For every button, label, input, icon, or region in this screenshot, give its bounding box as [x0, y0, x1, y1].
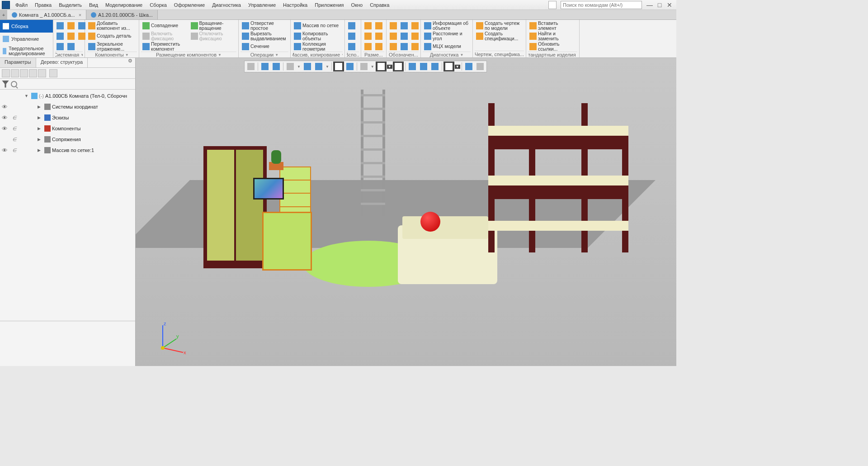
include-icon[interactable]: ∈ [10, 137, 19, 143]
coincide-button[interactable]: Совпадение [141, 21, 189, 31]
expand-icon[interactable]: ▶ [38, 137, 43, 142]
collapse-icon[interactable]: ▼ [24, 94, 30, 98]
new-tab-button[interactable]: + [0, 10, 7, 19]
panel-tab-params[interactable]: Параметры [0, 58, 36, 67]
tree-node-array[interactable]: 👁∈ ▶ Массив по сетке:1 [0, 145, 135, 156]
create-spec-button[interactable]: Создать спецификаци... [475, 31, 524, 41]
dim5[interactable] [374, 31, 384, 41]
n7[interactable] [410, 21, 420, 31]
n5[interactable] [399, 31, 409, 41]
include-icon[interactable]: ∈ [10, 147, 19, 153]
aux3[interactable] [347, 42, 357, 52]
menu-help[interactable]: Справка [366, 1, 393, 9]
menu-edit[interactable]: Правка [31, 1, 55, 9]
mode-solid[interactable]: Твердотельное моделирование [0, 45, 53, 57]
print-button[interactable] [55, 31, 65, 41]
3d-viewport[interactable]: ▼ ▼ ▼ ▼ ▼ [136, 58, 676, 366]
tree-tb4[interactable] [29, 69, 37, 77]
n6[interactable] [399, 42, 409, 52]
undo-button[interactable] [55, 42, 65, 52]
distance-button[interactable]: Расстояние и угол [423, 31, 471, 41]
gear-icon[interactable]: ⚙ [125, 58, 135, 67]
visibility-icon[interactable]: 👁 [0, 114, 9, 121]
expand-icon[interactable]: ▶ [38, 148, 43, 152]
n4[interactable] [399, 21, 409, 31]
menu-assembly[interactable]: Сборка [146, 1, 170, 9]
mcx-button[interactable]: МЦХ модели [423, 42, 471, 52]
panel-tab-tree[interactable]: Дерево: структура [36, 58, 88, 67]
obj-info-button[interactable]: Информация об объекте [423, 21, 471, 31]
close-icon[interactable]: × [79, 12, 81, 18]
aux2[interactable] [347, 31, 357, 41]
add-component-button[interactable]: Добавить компонент из... [87, 21, 137, 31]
command-search-input[interactable] [561, 1, 642, 9]
open-button[interactable] [66, 21, 76, 31]
rotation-button[interactable]: Вращение-вращение [189, 21, 237, 31]
tree-node-sketches[interactable]: 👁∈ ▶ Эскизы [0, 112, 135, 123]
grid-array-button[interactable]: Массив по сетке [292, 21, 343, 31]
filter-icon[interactable] [2, 81, 9, 88]
menu-manage[interactable]: Управление [245, 1, 279, 9]
menu-format[interactable]: Оформление [170, 1, 208, 9]
find-replace-button[interactable]: Найти и заменить [528, 31, 577, 41]
mirror-button[interactable]: Зеркальное отражение... [87, 42, 137, 52]
tree-tb3[interactable] [20, 69, 28, 77]
n9[interactable] [410, 42, 420, 52]
redo-button[interactable] [66, 42, 76, 52]
menu-modeling[interactable]: Моделирование [102, 1, 146, 9]
new-button[interactable] [55, 21, 65, 31]
visibility-icon[interactable]: 👁 [0, 104, 9, 110]
dim1[interactable] [363, 21, 373, 31]
extrude-cut-button[interactable]: Вырезать выдавливанием [241, 31, 288, 41]
window-minimize[interactable]: — [645, 1, 655, 9]
move-comp-button[interactable]: Переместить компонент [141, 42, 189, 52]
tree-tb6[interactable] [49, 69, 57, 77]
tree-node-components[interactable]: 👁∈ ▶ Компоненты [0, 123, 135, 134]
menu-apps[interactable]: Приложения [311, 1, 347, 9]
doc-tab-1[interactable]: Комната _ А1.000СБ.а... × [7, 10, 86, 19]
window-maximize[interactable]: □ [655, 1, 665, 9]
n3[interactable] [388, 42, 398, 52]
visibility-icon[interactable]: 👁 [0, 147, 9, 154]
enable-fix-button[interactable]: Включить фиксацию [141, 31, 189, 41]
collection-button[interactable]: Коллекция геометрии [292, 42, 343, 52]
tree-tb2[interactable] [11, 69, 19, 77]
visibility-icon[interactable]: 👁 [0, 125, 9, 132]
window-close[interactable]: ✕ [665, 1, 675, 9]
tree-node-coords[interactable]: 👁 ▶ Системы координат [0, 101, 135, 112]
expand-icon[interactable]: ▶ [38, 126, 43, 131]
menu-window[interactable]: Окно [348, 1, 367, 9]
mode-manage[interactable]: Управление [0, 33, 53, 45]
disable-fix-button[interactable]: Отключить фиксацию [189, 31, 237, 41]
search-icon[interactable] [11, 81, 17, 87]
insert-elem-button[interactable]: Вставить элемент [528, 21, 577, 31]
dim6[interactable] [374, 42, 384, 52]
menu-file[interactable]: Файл [12, 1, 31, 9]
include-icon[interactable]: ∈ [10, 115, 19, 121]
update-links-button[interactable]: Обновить ссылки... [528, 42, 577, 52]
dim4[interactable] [374, 21, 384, 31]
menu-select[interactable]: Выделить [55, 1, 85, 9]
tree-tb5[interactable] [38, 69, 46, 77]
include-icon[interactable]: ∈ [10, 126, 19, 132]
n1[interactable] [388, 21, 398, 31]
tree-node-mates[interactable]: ∈ ▶ Сопряжения [0, 134, 135, 145]
dim3[interactable] [363, 42, 373, 52]
mode-assembly[interactable]: Сборка [0, 20, 53, 33]
dim2[interactable] [363, 31, 373, 41]
expand-icon[interactable]: ▶ [38, 115, 43, 120]
aux1[interactable] [347, 21, 357, 31]
n2[interactable] [388, 31, 398, 41]
layout-icon[interactable] [548, 1, 557, 9]
section-button[interactable]: Сечение [241, 42, 288, 52]
tree-tb1[interactable] [2, 69, 10, 77]
menu-settings[interactable]: Настройка [279, 1, 311, 9]
expand-icon[interactable]: ▶ [38, 105, 43, 109]
doc-tab-2[interactable]: А1.20.01.000СБ - Шка... [86, 10, 158, 19]
copy-button[interactable] [66, 31, 76, 41]
menu-view[interactable]: Вид [85, 1, 102, 9]
tree-root[interactable]: ▼ (-) А1.000СБ Комната (Тел-0, Сборочн [0, 90, 135, 101]
create-part-button[interactable]: Создать деталь [87, 31, 137, 41]
copy-obj-button[interactable]: Копировать объекты [292, 31, 343, 41]
hole-button[interactable]: Отверстие простое [241, 21, 288, 31]
